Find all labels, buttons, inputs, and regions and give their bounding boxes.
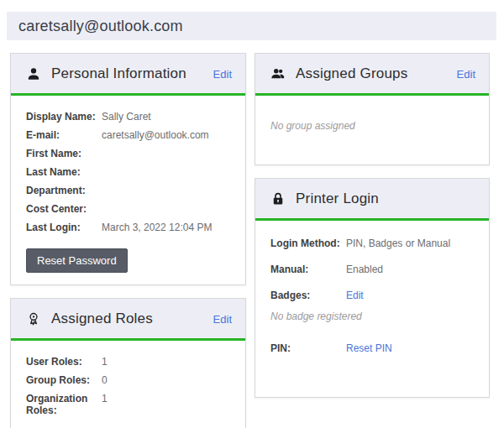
badges-edit-link[interactable]: Edit [346, 290, 364, 301]
assigned-groups-card: Assigned Groups Edit No group assigned [255, 53, 490, 165]
field-login-method: Login Method: PIN, Badges or Manual [270, 237, 475, 249]
field-value: March 3, 2022 12:04 PM [102, 222, 212, 233]
field-email: E-mail: caretsally@outlook.com [26, 129, 232, 141]
field-label: First Name: [26, 148, 102, 159]
field-department: Department: [26, 185, 232, 196]
assigned-roles-body: User Roles: 1 Group Roles: 0 Organizatio… [11, 341, 245, 428]
user-title-bar: caretsally@outlook.com [7, 12, 496, 40]
content-columns: Personal Information Edit Display Name: … [10, 53, 490, 428]
field-label: Cost Center: [26, 203, 102, 215]
field-label: Display Name: [26, 111, 102, 123]
right-column: Assigned Groups Edit No group assigned P [255, 53, 490, 428]
field-value: Sally Caret [102, 111, 151, 123]
printer-login-title: Printer Login [296, 191, 379, 207]
field-first-name: First Name: [26, 148, 232, 159]
personal-information-card: Personal Information Edit Display Name: … [10, 53, 246, 285]
field-value: PIN, Badges or Manual [346, 237, 450, 249]
lock-icon [270, 191, 286, 206]
field-label: Department: [26, 185, 102, 196]
left-column: Personal Information Edit Display Name: … [10, 53, 246, 428]
assigned-groups-body: No group assigned [255, 96, 489, 164]
assigned-roles-card: Assigned Roles Edit User Roles: 1 Group … [10, 298, 246, 428]
personal-information-edit-link[interactable]: Edit [213, 68, 232, 81]
printer-login-card: Printer Login Login Method: PIN, Badges … [255, 178, 490, 398]
field-label: PIN: [270, 342, 346, 354]
user-email-title: caretsally@outlook.com [18, 18, 183, 35]
assigned-roles-header: Assigned Roles Edit [11, 299, 245, 341]
personal-information-header: Personal Information Edit [11, 54, 245, 96]
field-last-login: Last Login: March 3, 2022 12:04 PM [26, 222, 232, 233]
field-value: 0 [102, 374, 108, 386]
field-organization-roles: Organization Roles: 1 [26, 393, 232, 416]
field-label: Login Method: [270, 237, 346, 249]
field-label: Last Login: [26, 222, 102, 233]
assigned-roles-edit-link[interactable]: Edit [213, 313, 232, 326]
reset-pin-link[interactable]: Reset PIN [346, 342, 392, 354]
printer-login-body: Login Method: PIN, Badges or Manual Manu… [255, 221, 489, 397]
field-label: User Roles: [26, 356, 102, 368]
field-label: Badges: [270, 290, 346, 301]
field-manual: Manual: Enabled [270, 264, 475, 275]
field-badges: Badges: Edit [270, 290, 475, 301]
field-pin: PIN: Reset PIN [270, 342, 475, 354]
field-group-roles: Group Roles: 0 [26, 374, 232, 386]
field-label: Last Name: [26, 166, 102, 178]
person-icon [26, 66, 41, 81]
field-value: 1 [102, 393, 108, 405]
reset-password-button[interactable]: Reset Password [26, 248, 128, 273]
printer-login-header: Printer Login [255, 179, 489, 221]
medal-icon [26, 311, 41, 326]
assigned-groups-edit-link[interactable]: Edit [457, 68, 475, 81]
field-label: Manual: [270, 264, 346, 275]
no-group-message: No group assigned [270, 120, 355, 132]
field-display-name: Display Name: Sally Caret [26, 111, 232, 123]
field-value: caretsally@outlook.com [102, 129, 209, 141]
field-cost-center: Cost Center: [26, 203, 232, 215]
field-last-name: Last Name: [26, 166, 232, 178]
field-label: Organization Roles: [26, 393, 102, 416]
personal-information-body: Display Name: Sally Caret E-mail: carets… [11, 96, 245, 284]
assigned-roles-title: Assigned Roles [51, 311, 153, 327]
field-user-roles: User Roles: 1 [26, 356, 232, 368]
personal-information-title: Personal Information [51, 65, 186, 82]
group-icon [270, 66, 286, 81]
field-label: Group Roles: [26, 374, 102, 386]
assigned-groups-header: Assigned Groups Edit [255, 54, 489, 96]
field-value: 1 [102, 356, 108, 368]
field-label: E-mail: [26, 129, 102, 141]
no-badge-message: No badge registered [270, 311, 475, 322]
field-value: Enabled [346, 264, 383, 275]
assigned-groups-title: Assigned Groups [296, 65, 407, 82]
